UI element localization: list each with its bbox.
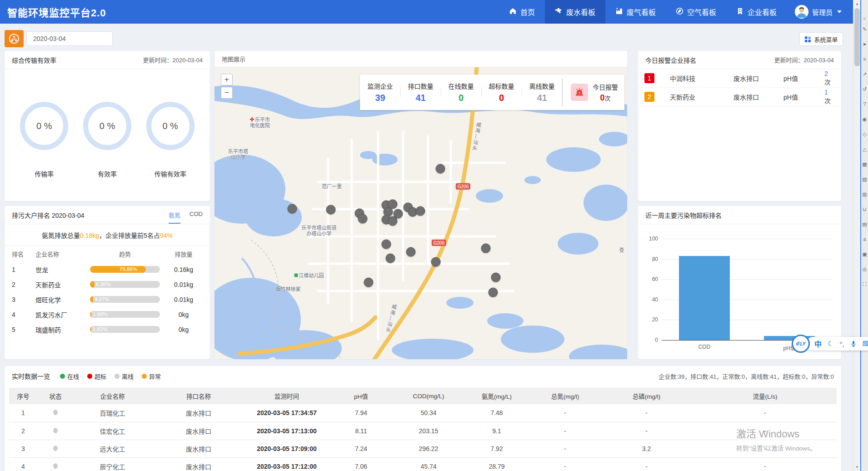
alarm-count: 2 次 — [824, 70, 835, 86]
ranking-row: 1世龙79.86%0.16kg — [5, 262, 210, 277]
outlet-name: 废水排口 — [733, 92, 783, 101]
badge-icon[interactable]: ◉ — [863, 116, 867, 122]
cursor-icon[interactable]: ➤ — [863, 41, 867, 47]
history-icon[interactable]: ↺ — [863, 86, 867, 92]
nav-item-wastewater[interactable]: 废水看板 — [545, 0, 605, 24]
enterprise-marker[interactable] — [358, 214, 368, 224]
trend-bar: 79.86% — [90, 266, 160, 273]
avatar — [795, 5, 808, 19]
alarm-rows: 1中润科技废水排口pH值2 次2天新药业废水排口pH值1 次 — [638, 69, 841, 106]
tn-cell: - — [531, 457, 599, 471]
image-copy-icon[interactable]: ▤ — [862, 221, 867, 227]
enterprise-marker[interactable] — [491, 273, 501, 282]
moon-icon[interactable]: ☾ — [828, 340, 833, 348]
nav-item-enterprise[interactable]: 企业看板 — [726, 0, 787, 24]
shapes-icon[interactable]: ◇ — [863, 131, 866, 137]
panel-title: 今日报警企业排名 — [645, 55, 696, 65]
y-axis-tick: 40 — [652, 296, 662, 303]
scrollbar-thumb[interactable] — [854, 8, 860, 66]
column-header: 总氮(mg/l) — [531, 388, 599, 404]
trend-percent: 1.98% — [93, 311, 108, 318]
share-icon[interactable]: ↗ — [863, 71, 867, 77]
sitemap-button[interactable] — [5, 30, 24, 47]
app-grid-icon — [804, 36, 811, 43]
enterprise-marker[interactable] — [386, 254, 395, 263]
map-canvas[interactable]: 乐平市电化医院乐平市塔山小学范厂一里乐平市塔山街道办塔山小学江维幼儿园烟竹林徐家… — [215, 67, 627, 359]
enterprise-marker[interactable] — [416, 206, 425, 216]
top-navbar: 智能环境监控平台2.0 首页废水看板废气看板空气看板企业看板 管理员 — [0, 0, 853, 24]
sliders-icon[interactable]: ≡ — [863, 56, 866, 62]
tab-COD[interactable]: COD — [190, 206, 203, 224]
globe-icon[interactable]: ◎ — [863, 266, 867, 272]
company-name: 天新药业 — [35, 280, 85, 289]
gridline — [662, 239, 832, 239]
tp-cell: - — [599, 404, 693, 422]
trend-bar: 1.98% — [90, 311, 160, 318]
enterprise-marker[interactable] — [489, 288, 498, 297]
edge-sidebar-toolbar: = ✎➤≡↗↺?◉◇△▦▧▥⊔▤a▣◎⛶ — [860, 0, 868, 471]
cod-cell: 45.74 — [394, 457, 463, 471]
table-icon[interactable]: ▦ — [862, 161, 867, 167]
scroll-up-icon[interactable]: ▲ — [853, 2, 861, 6]
company-name: 煜旺化学 — [35, 295, 85, 304]
enterprise-marker[interactable] — [288, 204, 297, 214]
enterprise-marker[interactable] — [436, 164, 445, 174]
layout-icon[interactable]: ▧ — [862, 176, 867, 182]
page-scrollbar[interactable]: ▲ ▼ — [853, 0, 860, 471]
flow-cell: - — [693, 440, 837, 457]
enterprise-marker[interactable] — [394, 209, 403, 219]
chevron-down-icon — [837, 10, 842, 13]
nav-item-home[interactable]: 首页 — [499, 0, 545, 24]
help-icon[interactable]: ? — [863, 101, 866, 107]
stat-监测企业: 监测企业39 — [360, 81, 400, 103]
scroll-down-icon[interactable]: ▼ — [853, 465, 861, 469]
map-place-label: 江维幼儿园 — [294, 273, 324, 279]
enterprise-marker[interactable] — [431, 257, 441, 267]
table-header-row: 序号状态企业名称排口名称监测时间pH值COD(mg/L)氨氮(mg/L)总氮(m… — [9, 388, 837, 404]
column-header: pH值 — [328, 388, 394, 404]
cod-cell: 296.22 — [394, 440, 463, 457]
chinese-mode-icon[interactable]: 中 — [814, 338, 822, 349]
today-alarm-stat: 今日报警 0次 — [562, 79, 624, 106]
sidebar-handle[interactable]: = — [863, 16, 866, 21]
microphone-icon[interactable] — [850, 341, 857, 347]
gauge-ring: 0 % — [146, 102, 195, 150]
punctuation-icon[interactable]: °, — [839, 340, 844, 348]
ifly-logo[interactable]: iFLY — [792, 335, 810, 353]
enterprise-marker[interactable] — [326, 205, 336, 215]
enterprise-marker[interactable] — [481, 244, 491, 253]
nav-item-air[interactable]: 空气看板 — [666, 0, 726, 24]
legend-超标: 超标 — [87, 372, 106, 381]
row-number: 2 — [9, 422, 37, 440]
tray-icon[interactable]: ⊔ — [863, 206, 867, 212]
text-tool-icon[interactable]: a — [863, 236, 866, 242]
bar-chart-icon[interactable]: ▥ — [862, 191, 867, 197]
nav-item-exhaust[interactable]: 废气看板 — [605, 0, 666, 24]
zoom-in-button[interactable]: + — [221, 74, 233, 85]
date-input[interactable] — [26, 31, 113, 46]
enterprise-marker[interactable] — [364, 278, 374, 287]
map-place-label: 范厂一里 — [322, 184, 342, 190]
y-axis-tick: 20 — [652, 316, 662, 323]
keyboard-icon[interactable]: ⌨ — [863, 340, 868, 348]
column-header: 企业名称 — [35, 250, 85, 258]
system-menu-button[interactable]: 系统菜单 — [799, 32, 843, 46]
alarm-item: pH值 — [783, 74, 824, 83]
enterprise-marker[interactable] — [406, 247, 416, 257]
column-header: 流量(L/s) — [693, 388, 837, 404]
gauge-label: 传输有效率 — [155, 169, 186, 178]
tp-cell: - — [599, 422, 693, 440]
enterprise-marker[interactable] — [382, 240, 391, 249]
outlet-cell: 废水排口 — [151, 440, 246, 457]
tab-氨氮[interactable]: 氨氮 — [169, 206, 180, 224]
row-number: 4 — [9, 457, 37, 471]
warning-icon[interactable]: △ — [863, 146, 866, 152]
capture-icon[interactable]: ⛶ — [863, 281, 867, 287]
stat-label: 超标数量 — [481, 81, 522, 90]
zoom-out-button[interactable]: − — [221, 87, 233, 99]
pen-icon[interactable]: ✎ — [863, 26, 867, 32]
image-icon[interactable]: ▣ — [862, 251, 867, 257]
column-header: 排放量 — [165, 250, 203, 258]
trend-bar: 6.36% — [90, 281, 160, 288]
user-menu[interactable]: 管理员 — [790, 5, 853, 19]
